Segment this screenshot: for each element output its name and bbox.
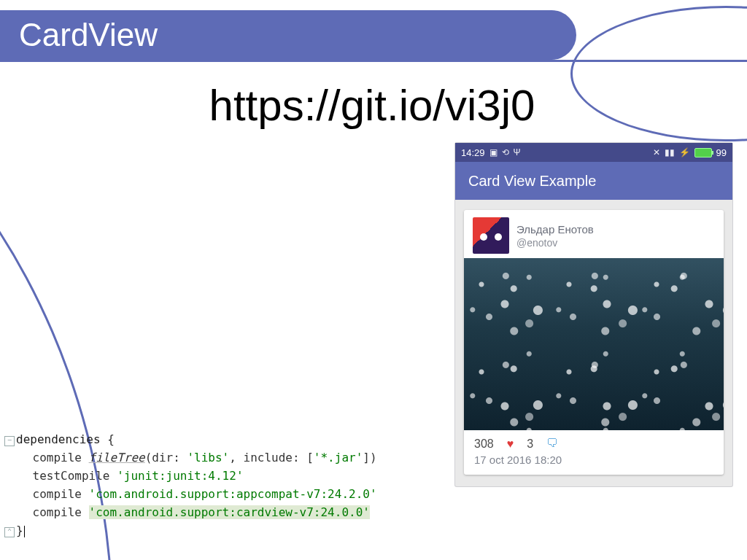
code-line: compile fileTree(dir: 'libs', include: [… (4, 448, 413, 467)
mute-icon: ✕ (653, 147, 660, 158)
avatar (473, 217, 509, 254)
status-left: 14:29 ▣ ⟲ Ψ (461, 147, 521, 158)
code-line: compile 'com.android.support:appcompat-v… (4, 485, 413, 503)
code-line: ⌃} (4, 521, 413, 540)
caret-icon (24, 526, 25, 537)
sync-icon: ⟲ (502, 147, 509, 158)
image-icon: ▣ (489, 147, 498, 158)
card-image (464, 258, 724, 430)
code-line: −dependencies { (4, 430, 413, 448)
code-line: compile 'com.android.support:cardview-v7… (4, 503, 413, 521)
battery-pct: 99 (716, 147, 727, 158)
app-title: Card View Example (468, 173, 596, 190)
slide-title: CardView (19, 17, 158, 53)
signal-icon: ▮▮ (665, 147, 675, 158)
phone-mockup: 14:29 ▣ ⟲ Ψ ✕ ▮▮ ⚡ 99 Card View Example … (455, 143, 732, 486)
card-header: Эльдар Енотов @enotov (464, 210, 724, 258)
usb-icon: Ψ (514, 147, 521, 158)
likes-count: 308 (474, 438, 494, 451)
code-line: testCompile 'junit:junit:4.12' (4, 467, 413, 485)
short-url: https://git.io/vi3j0 (109, 80, 635, 131)
gradle-code-block: −dependencies { compile fileTree(dir: 'l… (4, 430, 413, 540)
fold-icon: − (4, 436, 15, 446)
card-footer: 308 ♥ 3 🗨 (464, 430, 724, 454)
android-status-bar: 14:29 ▣ ⟲ Ψ ✕ ▮▮ ⚡ 99 (455, 143, 732, 162)
heart-icon: ♥ (507, 438, 514, 451)
fold-end-icon: ⌃ (4, 527, 15, 537)
status-time: 14:29 (461, 147, 485, 158)
example-card: Эльдар Енотов @enotov 308 ♥ 3 🗨 17 oct 2… (464, 210, 724, 475)
charging-icon: ⚡ (679, 147, 690, 158)
comment-icon: 🗨 (546, 437, 558, 450)
banner-underline (0, 60, 747, 62)
status-right: ✕ ▮▮ ⚡ 99 (653, 147, 727, 158)
battery-icon (694, 148, 712, 158)
card-timestamp: 17 oct 2016 18:20 (464, 454, 724, 475)
app-bar: Card View Example (455, 162, 732, 200)
slide-title-banner: CardView (0, 10, 576, 60)
card-user-name: Эльдар Енотов (516, 223, 594, 236)
comments-count: 3 (527, 438, 533, 451)
card-user-handle: @enotov (516, 237, 594, 249)
